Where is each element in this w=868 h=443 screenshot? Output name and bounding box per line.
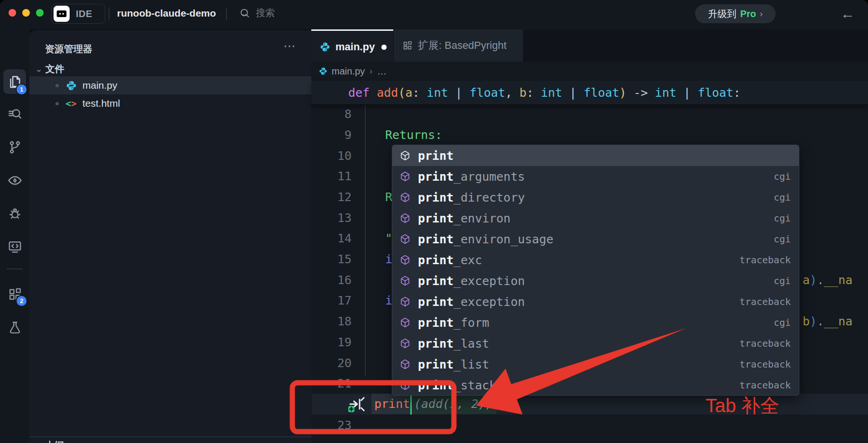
- suggestion-print_exc[interactable]: print_exctraceback: [392, 249, 799, 270]
- suggestion-print_stack[interactable]: print_stacktraceback: [392, 375, 799, 396]
- sticky-scroll-header[interactable]: def add(a: int | float, b: int | float) …: [311, 81, 868, 105]
- titlebar-divider: [226, 8, 227, 20]
- file-dot: [55, 102, 59, 105]
- symbol-cube-icon: [399, 171, 411, 182]
- window-zoom-button[interactable]: [36, 9, 44, 17]
- suggestion-source: cgi: [774, 192, 791, 203]
- file-row-test.html[interactable]: <> test.html: [29, 94, 311, 112]
- global-search-button[interactable]: 搜索: [239, 7, 275, 19]
- chevron-down-icon: ⌄: [35, 65, 43, 73]
- back-arrow-icon[interactable]: ←: [841, 6, 855, 22]
- line-number: 9: [313, 128, 352, 142]
- activity-badge: 1: [16, 83, 27, 95]
- suggestion-print_environ_usage[interactable]: print_environ_usagecgi: [392, 229, 799, 249]
- suggestion-print_last[interactable]: print_lasttraceback: [392, 333, 799, 354]
- breadcrumb-ellipsis[interactable]: …: [377, 66, 387, 77]
- suggestion-label: print_form: [418, 316, 489, 330]
- outline-section-divider: [29, 436, 311, 437]
- symbol-cube-icon: [399, 150, 411, 161]
- line-number: 13: [313, 211, 352, 225]
- python-file-icon: [319, 67, 327, 75]
- symbol-cube-icon: [399, 317, 411, 328]
- suggestion-print_form[interactable]: print_formcgi: [392, 312, 799, 333]
- activity-item-bug[interactable]: [3, 202, 26, 225]
- suggestion-label: print_stack: [418, 378, 497, 392]
- suggestion-print_exception[interactable]: print_exceptioncgi: [392, 270, 799, 291]
- explorer-more-icon[interactable]: ⋯: [283, 39, 297, 54]
- file-name: test.html: [82, 98, 120, 109]
- tab-main.py[interactable]: main.py: [311, 29, 393, 63]
- symbol-cube-icon: [399, 233, 411, 245]
- activity-item-flask[interactable]: [3, 316, 26, 339]
- file-row-main.py[interactable]: main.py: [29, 76, 311, 94]
- suggestion-label: print_directory: [418, 191, 525, 204]
- explorer-sidebar: 资源管理器 ⋯ ⌄ 文件 main.py <> test.html 大纲: [29, 30, 311, 443]
- suggestion-source: traceback: [740, 296, 791, 307]
- activity-bar-divider: [7, 268, 23, 269]
- tab-completion-gutter-icon[interactable]: [346, 393, 368, 415]
- activity-item-search[interactable]: [3, 102, 26, 125]
- suggestion-label: print_environ: [418, 212, 511, 225]
- code-line-8[interactable]: 8: [311, 103, 868, 124]
- pro-badge: Pro: [740, 9, 756, 19]
- suggestion-source: cgi: [774, 171, 791, 182]
- explorer-title: 资源管理器: [45, 43, 92, 55]
- line-number: 20: [313, 356, 352, 370]
- ide-window: IDE runoob-claude-demo ⌄ 搜索 升级到 Pro › ← …: [0, 0, 868, 443]
- file-name: main.py: [82, 80, 118, 91]
- suggestion-source: traceback: [740, 359, 791, 370]
- activity-item-git[interactable]: [3, 136, 26, 158]
- upgrade-label: 升级到: [708, 8, 736, 20]
- git-icon: [8, 140, 22, 155]
- code-fragment: i: [385, 252, 392, 266]
- autocomplete-popup: print print_argumentscgi print_directory…: [392, 145, 799, 396]
- line-number: 12: [313, 190, 352, 204]
- ide-menu-button[interactable]: IDE: [51, 4, 105, 24]
- suggestion-source: traceback: [740, 379, 791, 391]
- bug-icon: [8, 206, 22, 221]
- suggestion-print[interactable]: print: [392, 145, 799, 166]
- suggestion-print_environ[interactable]: print_environcgi: [392, 208, 799, 229]
- suggestion-label: print_exception: [418, 295, 525, 309]
- search-icon: [8, 107, 22, 121]
- project-name[interactable]: runoob-claude-demo: [117, 8, 216, 19]
- activity-item-eye[interactable]: [3, 169, 26, 192]
- modified-dot-icon: [381, 45, 387, 50]
- suggestion-print_exception[interactable]: print_exceptiontraceback: [392, 291, 799, 312]
- activity-item-console[interactable]: [3, 235, 26, 258]
- extensions-icon: [402, 40, 413, 51]
- upgrade-pro-button[interactable]: 升级到 Pro ›: [695, 4, 776, 23]
- code-fragment: a).__na: [803, 273, 852, 287]
- tab-label: main.py: [335, 41, 375, 53]
- outline-section-label[interactable]: 大纲: [45, 439, 64, 443]
- tab-扩展: BasedPyright[interactable]: 扩展: BasedPyright: [393, 29, 524, 62]
- python-file-icon: [65, 80, 77, 91]
- editor-tab-bar: main.py 扩展: BasedPyright: [311, 29, 868, 62]
- breadcrumb-file[interactable]: main.py: [332, 66, 365, 77]
- titlebar-divider: [108, 8, 109, 20]
- activity-item-files[interactable]: 1: [3, 69, 26, 94]
- eye-icon: [8, 173, 22, 188]
- files-section-header[interactable]: ⌄ 文件: [36, 63, 64, 75]
- line-number: 19: [313, 335, 352, 349]
- window-close-button[interactable]: [9, 9, 16, 17]
- files-section-label: 文件: [45, 63, 64, 75]
- file-dot: [55, 84, 59, 87]
- suggestion-label: print_exc: [418, 253, 482, 267]
- suggestion-print_arguments[interactable]: print_argumentscgi: [392, 166, 799, 187]
- html-file-icon: <>: [65, 98, 77, 109]
- window-minimize-button[interactable]: [22, 9, 30, 17]
- suggestion-print_list[interactable]: print_listtraceback: [392, 354, 799, 375]
- inline-suggestion-box: (add(1, 2)): [412, 394, 497, 414]
- ide-label: IDE: [76, 9, 92, 19]
- activity-item-extensions[interactable]: 2: [3, 283, 26, 305]
- suggestion-source: cgi: [774, 233, 791, 245]
- sticky-function-signature: def add(a: int | float, b: int | float) …: [348, 86, 741, 100]
- suggestion-label: print_exception: [418, 274, 525, 288]
- code-line-23[interactable]: 23: [311, 415, 868, 435]
- breadcrumb[interactable]: main.py › …: [311, 62, 868, 81]
- code-line-9[interactable]: 9Returns:: [311, 124, 868, 145]
- suggestion-print_directory[interactable]: print_directorycgi: [392, 187, 799, 208]
- line-number: 10: [313, 149, 352, 163]
- symbol-cube-icon: [399, 254, 411, 266]
